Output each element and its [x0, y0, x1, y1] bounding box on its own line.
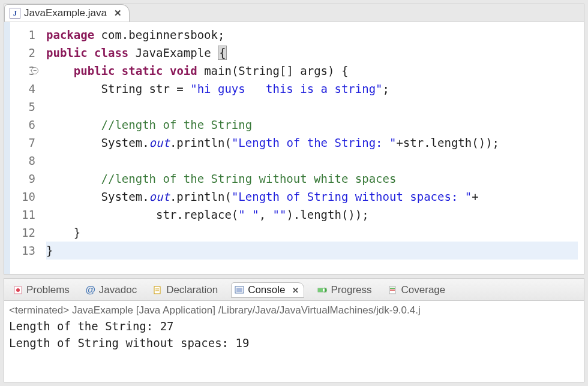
close-icon[interactable]: ✕ [292, 286, 299, 295]
console-output-line: Length of the String: 27 [9, 318, 579, 334]
line-number: 11 [10, 206, 35, 224]
tab-problems[interactable]: Problems [10, 283, 72, 297]
svg-point-1 [16, 288, 20, 292]
tab-title: JavaExample.java [24, 7, 107, 19]
svg-rect-2 [154, 287, 160, 294]
tab-console[interactable]: Console ✕ [231, 282, 304, 298]
line-number: 7 [10, 134, 35, 152]
line-number: 3− [10, 62, 35, 80]
code-area[interactable]: 1 2 3− 4 5 6 7 8 9 10 11 12 13 package c… [4, 22, 584, 274]
svg-rect-8 [318, 288, 323, 292]
line-number: 13 [10, 242, 35, 260]
bottom-tab-bar: Problems @ Javadoc Declaration Console ✕… [4, 279, 584, 301]
code-editor[interactable]: package com.beginnersbook; public class … [40, 22, 584, 274]
line-number: 4 [10, 80, 35, 98]
coverage-icon [388, 285, 398, 295]
editor-tab-bar: J JavaExample.java ✕ [4, 4, 584, 22]
bottom-panel: Problems @ Javadoc Declaration Console ✕… [4, 278, 584, 382]
editor-tab[interactable]: J JavaExample.java ✕ [4, 4, 130, 22]
line-number: 2 [10, 44, 35, 62]
svg-rect-10 [390, 288, 395, 289]
problems-icon [13, 285, 23, 295]
tab-javadoc[interactable]: @ Javadoc [83, 283, 139, 297]
java-file-icon: J [10, 8, 20, 19]
line-number: 8 [10, 152, 35, 170]
tab-progress[interactable]: Progress [315, 283, 374, 297]
console-output-line: Length of String without spaces: 19 [9, 334, 579, 351]
close-icon[interactable]: ✕ [114, 8, 122, 19]
line-number: 6 [10, 116, 35, 134]
tab-declaration[interactable]: Declaration [150, 283, 220, 297]
javadoc-icon: @ [85, 285, 96, 295]
progress-icon [317, 285, 328, 295]
line-number: 9 [10, 170, 35, 188]
console-icon [234, 285, 245, 295]
svg-rect-11 [390, 290, 395, 291]
svg-rect-6 [236, 288, 242, 292]
console-content[interactable]: <terminated> JavaExample [Java Applicati… [4, 301, 584, 354]
line-number: 5 [10, 98, 35, 116]
terminated-status: <terminated> JavaExample [Java Applicati… [9, 303, 579, 318]
declaration-icon [152, 285, 163, 295]
line-number: 10 [10, 188, 35, 206]
line-number-gutter: 1 2 3− 4 5 6 7 8 9 10 11 12 13 [4, 22, 40, 274]
editor-panel: J JavaExample.java ✕ 1 2 3− 4 5 6 7 8 9 … [4, 4, 584, 275]
tab-coverage[interactable]: Coverage [385, 283, 448, 297]
line-number: 1 [10, 26, 35, 44]
line-number: 12 [10, 224, 35, 242]
fold-icon[interactable]: − [31, 67, 38, 74]
